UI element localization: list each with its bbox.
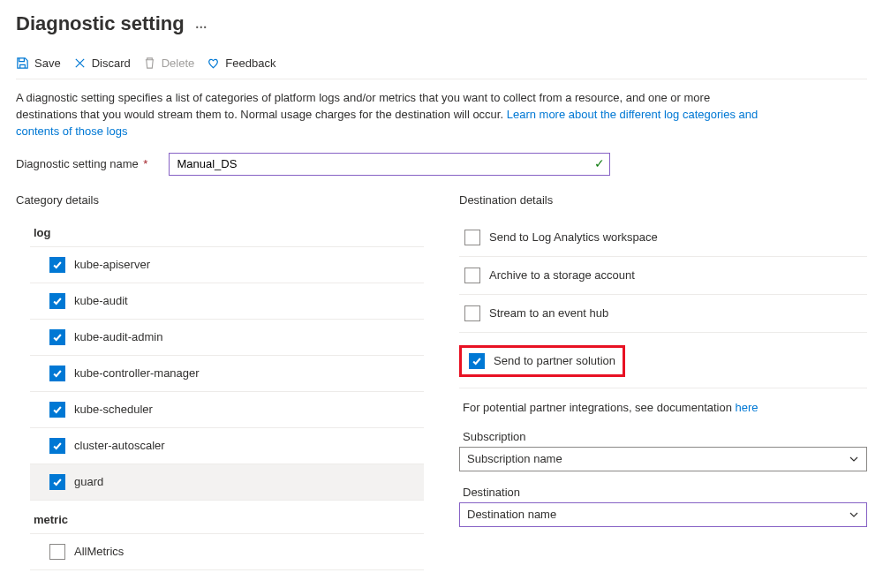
checkbox-log-analytics[interactable]	[464, 230, 480, 245]
category-row[interactable]: guard	[30, 464, 424, 501]
delete-label: Delete	[162, 57, 195, 70]
toolbar: Save Discard Delete Feedback	[16, 51, 867, 79]
category-row[interactable]: cluster-autoscaler	[30, 428, 424, 464]
dest-storage[interactable]: Archive to a storage account	[459, 257, 867, 295]
checkbox-partner[interactable]	[469, 353, 485, 369]
more-icon[interactable]: …	[195, 17, 208, 31]
dest-partner-highlight: Send to partner solution	[459, 345, 625, 377]
name-label: Diagnostic setting name *	[16, 157, 147, 170]
name-input[interactable]	[169, 153, 610, 176]
subscription-label: Subscription	[463, 430, 867, 443]
dest-label: Send to partner solution	[494, 354, 615, 367]
category-label: kube-audit	[74, 294, 128, 307]
destination-value: Destination name	[467, 508, 556, 521]
category-row[interactable]: kube-audit	[30, 283, 424, 320]
checkbox[interactable]	[49, 402, 65, 418]
checkbox[interactable]	[49, 544, 65, 560]
destination-select[interactable]: Destination name	[459, 502, 867, 527]
dest-event-hub[interactable]: Stream to an event hub	[459, 295, 867, 333]
category-label: kube-scheduler	[74, 403, 153, 416]
chevron-down-icon	[849, 509, 859, 520]
category-row[interactable]: kube-audit-admin	[30, 320, 424, 356]
checkbox[interactable]	[49, 257, 65, 273]
discard-button[interactable]: Discard	[73, 57, 131, 70]
category-label: cluster-autoscaler	[74, 439, 165, 452]
checkbox[interactable]	[49, 329, 65, 345]
save-button[interactable]: Save	[16, 57, 61, 70]
destination-column: Destination details Send to Log Analytic…	[459, 193, 867, 541]
metric-group-label: metric	[30, 506, 424, 534]
checkbox[interactable]	[49, 474, 65, 490]
subscription-select[interactable]: Subscription name	[459, 447, 867, 471]
checkbox[interactable]	[49, 438, 65, 454]
discard-label: Discard	[92, 57, 131, 70]
close-icon	[73, 57, 87, 70]
trash-icon	[143, 57, 156, 70]
name-input-wrap: ✓	[169, 153, 610, 176]
category-label: kube-controller-manager	[74, 366, 200, 380]
checkbox-storage[interactable]	[464, 268, 480, 283]
log-group-label: log	[30, 219, 424, 247]
page-title: Diagnostic setting …	[16, 12, 867, 35]
dest-label: Archive to a storage account	[489, 268, 635, 282]
valid-check-icon: ✓	[594, 156, 605, 170]
partner-doc-link[interactable]: here	[736, 401, 758, 414]
dest-label: Stream to an event hub	[489, 306, 608, 320]
dest-log-analytics[interactable]: Send to Log Analytics workspace	[459, 219, 867, 257]
save-label: Save	[34, 57, 61, 70]
description: A diagnostic setting specifies a list of…	[16, 90, 766, 140]
dest-label: Send to Log Analytics workspace	[489, 230, 658, 244]
feedback-button[interactable]: Feedback	[207, 57, 275, 70]
destination-label: Destination	[463, 486, 867, 499]
checkbox-event-hub[interactable]	[464, 305, 480, 321]
partner-info: For potential partner integrations, see …	[463, 401, 867, 414]
category-row[interactable]: kube-controller-manager	[30, 356, 424, 392]
category-label: guard	[74, 475, 103, 488]
destination-title: Destination details	[459, 193, 867, 207]
category-row[interactable]: kube-apiserver	[30, 247, 424, 283]
heart-icon	[207, 57, 220, 70]
category-label: kube-apiserver	[74, 258, 150, 271]
category-column: Category details log kube-apiserverkube-…	[16, 193, 424, 570]
delete-button: Delete	[143, 57, 195, 70]
chevron-down-icon	[849, 454, 859, 464]
category-row[interactable]: kube-scheduler	[30, 392, 424, 428]
required-indicator: *	[140, 157, 148, 170]
category-label: AllMetrics	[74, 545, 124, 558]
subscription-value: Subscription name	[467, 452, 562, 465]
save-icon	[16, 57, 29, 70]
category-title: Category details	[16, 193, 424, 207]
category-row[interactable]: AllMetrics	[30, 534, 424, 570]
name-row: Diagnostic setting name * ✓	[16, 153, 867, 176]
feedback-label: Feedback	[225, 57, 275, 70]
checkbox[interactable]	[49, 293, 65, 309]
title-text: Diagnostic setting	[16, 12, 185, 35]
category-label: kube-audit-admin	[74, 330, 162, 343]
checkbox[interactable]	[49, 366, 65, 381]
